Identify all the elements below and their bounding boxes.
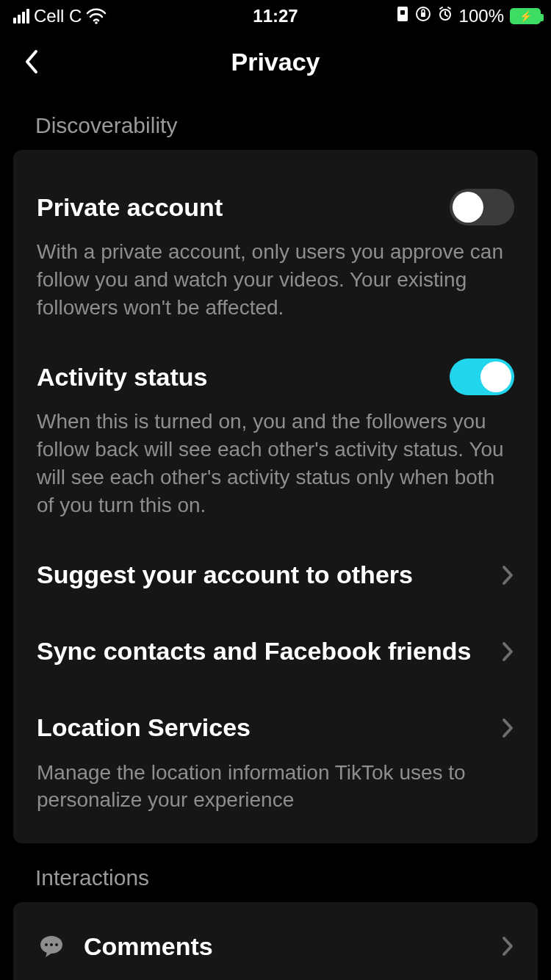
rotation-lock-icon (415, 6, 431, 26)
comments-icon (37, 932, 66, 961)
row-sync-contacts[interactable]: Sync contacts and Facebook friends (37, 596, 514, 672)
chevron-right-icon (501, 641, 514, 663)
svg-rect-4 (421, 12, 425, 17)
discoverability-card: Private account With a private account, … (13, 150, 538, 843)
wifi-icon (86, 8, 107, 24)
alarm-icon (437, 6, 453, 26)
svg-point-7 (45, 943, 48, 946)
row-comments[interactable]: Comments (37, 909, 514, 980)
activity-status-desc: When this is turned on, you and the foll… (37, 408, 514, 519)
comments-title: Comments (84, 932, 483, 961)
nav-header: Privacy (0, 32, 551, 91)
row-location-services[interactable]: Location Services Manage the location in… (37, 672, 514, 815)
interactions-card: Comments (13, 902, 538, 980)
page-title: Privacy (231, 48, 320, 76)
row-private-account: Private account With a private account, … (37, 167, 514, 321)
carrier-label: Cell C (34, 6, 82, 26)
row-suggest-account[interactable]: Suggest your account to others (37, 519, 514, 596)
activity-status-toggle[interactable] (450, 359, 514, 395)
section-label-discoverability: Discoverability (13, 91, 538, 150)
activity-status-title: Activity status (37, 362, 207, 392)
suggest-account-title: Suggest your account to others (37, 560, 413, 590)
private-account-desc: With a private account, only users you a… (37, 238, 514, 321)
svg-point-9 (55, 943, 58, 946)
private-account-title: Private account (37, 192, 223, 223)
status-bar: Cell C 11:27 100% ⚡ (0, 0, 551, 32)
chevron-left-icon (23, 48, 39, 75)
row-activity-status: Activity status When this is turned on, … (37, 321, 514, 519)
status-right: 100% ⚡ (396, 6, 541, 26)
back-button[interactable] (16, 47, 46, 76)
chevron-right-icon (501, 717, 514, 739)
card-icon (396, 6, 409, 26)
svg-point-8 (50, 943, 53, 946)
location-services-title: Location Services (37, 713, 251, 743)
status-time: 11:27 (253, 6, 298, 26)
battery-icon: ⚡ (510, 8, 541, 24)
svg-rect-2 (400, 10, 405, 15)
chevron-right-icon (501, 564, 514, 586)
sync-contacts-title: Sync contacts and Facebook friends (37, 636, 471, 666)
content: Discoverability Private account With a p… (0, 91, 551, 980)
svg-point-0 (96, 21, 98, 24)
chevron-right-icon (501, 935, 514, 957)
location-services-desc: Manage the location information TikTok u… (37, 759, 514, 815)
battery-pct-label: 100% (459, 6, 504, 26)
status-left: Cell C (13, 6, 107, 26)
private-account-toggle[interactable] (450, 189, 514, 226)
section-label-interactions: Interactions (13, 843, 538, 902)
signal-icon (13, 9, 29, 24)
